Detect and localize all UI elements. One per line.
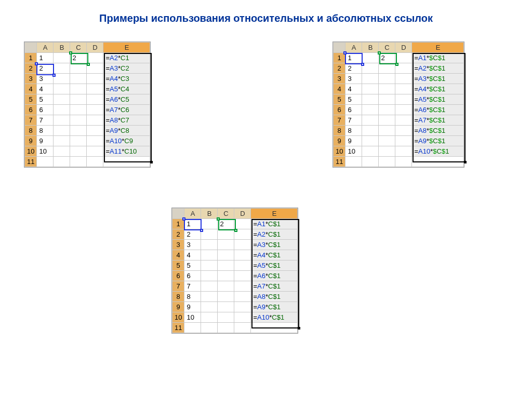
cell-formula[interactable]: =A6*C5 bbox=[103, 94, 150, 105]
cell-c[interactable] bbox=[379, 136, 395, 146]
cell-d[interactable] bbox=[87, 136, 103, 146]
cell-formula[interactable]: =A3*C2 bbox=[103, 63, 150, 74]
cell-formula[interactable]: =A11*C10 bbox=[103, 146, 150, 157]
cell-c[interactable] bbox=[218, 271, 234, 281]
cell-c[interactable] bbox=[70, 126, 87, 136]
cell-d[interactable] bbox=[87, 74, 103, 84]
cell-d[interactable] bbox=[395, 115, 412, 126]
row-header[interactable]: 5 bbox=[334, 94, 345, 105]
row-header[interactable]: 11 bbox=[334, 157, 345, 167]
cell-a[interactable]: 1 bbox=[345, 53, 362, 63]
cell-c[interactable] bbox=[70, 84, 87, 94]
cell-formula[interactable]: =A4*$C$1 bbox=[412, 84, 464, 94]
cell-c[interactable] bbox=[379, 63, 395, 74]
row-header[interactable]: 2 bbox=[334, 63, 345, 74]
col-header-e[interactable]: E bbox=[251, 209, 298, 219]
row-header[interactable]: 11 bbox=[25, 157, 37, 167]
cell-a[interactable]: 1 bbox=[184, 219, 201, 229]
row-header[interactable]: 3 bbox=[25, 74, 37, 84]
cell-formula[interactable]: =A2*$C$1 bbox=[412, 63, 464, 74]
cell-formula[interactable]: =A5*C$1 bbox=[251, 260, 298, 271]
cell-a[interactable]: 2 bbox=[184, 229, 201, 240]
row-header[interactable]: 1 bbox=[25, 53, 37, 63]
cell-a[interactable]: 5 bbox=[184, 260, 201, 271]
cell-b[interactable] bbox=[54, 126, 70, 136]
cell-c[interactable]: 2 bbox=[70, 53, 87, 63]
row-header[interactable]: 7 bbox=[25, 115, 37, 126]
row-header[interactable]: 4 bbox=[334, 84, 345, 94]
row-header[interactable]: 6 bbox=[172, 271, 184, 281]
cell-c[interactable] bbox=[70, 146, 87, 157]
cell-b[interactable] bbox=[362, 146, 379, 157]
cell-a[interactable]: 10 bbox=[184, 312, 201, 323]
cell-b[interactable] bbox=[54, 63, 70, 74]
cell-a[interactable]: 4 bbox=[37, 84, 54, 94]
cell-formula[interactable]: =A5*$C$1 bbox=[412, 94, 464, 105]
row-header[interactable]: 6 bbox=[334, 105, 345, 115]
cell-a[interactable]: 1 bbox=[37, 53, 54, 63]
row-header[interactable]: 9 bbox=[172, 302, 184, 312]
cell-d[interactable] bbox=[234, 250, 251, 260]
cell-c[interactable] bbox=[218, 312, 234, 323]
cell-formula[interactable]: =A4*C3 bbox=[103, 74, 150, 84]
row-header[interactable]: 5 bbox=[172, 260, 184, 271]
cell-d[interactable] bbox=[234, 219, 251, 229]
cell-b[interactable] bbox=[201, 271, 218, 281]
col-header-d[interactable]: D bbox=[234, 209, 251, 219]
cell-c[interactable] bbox=[379, 126, 395, 136]
cell-b[interactable] bbox=[201, 250, 218, 260]
cell-c[interactable] bbox=[379, 94, 395, 105]
row-header[interactable]: 4 bbox=[25, 84, 37, 94]
cell-b[interactable] bbox=[201, 229, 218, 240]
cell-formula[interactable]: =A8*C$1 bbox=[251, 292, 298, 302]
row-header[interactable]: 9 bbox=[334, 136, 345, 146]
cell-c[interactable] bbox=[218, 292, 234, 302]
cell-a[interactable]: 7 bbox=[37, 115, 54, 126]
cell-b[interactable] bbox=[54, 53, 70, 63]
cell-a[interactable]: 6 bbox=[345, 105, 362, 115]
row-header[interactable]: 8 bbox=[172, 292, 184, 302]
cell-c[interactable] bbox=[379, 74, 395, 84]
row-header[interactable]: 9 bbox=[25, 136, 37, 146]
cell-d[interactable] bbox=[395, 126, 412, 136]
cell-a[interactable]: 9 bbox=[345, 136, 362, 146]
cell-b[interactable] bbox=[362, 94, 379, 105]
cell-b[interactable] bbox=[362, 84, 379, 94]
col-header-d[interactable]: D bbox=[87, 43, 103, 53]
cell-formula[interactable]: =A2*C$1 bbox=[251, 229, 298, 240]
cell-b[interactable] bbox=[54, 115, 70, 126]
cell-formula[interactable]: =A10*$C$1 bbox=[412, 146, 464, 157]
cell-b[interactable] bbox=[54, 74, 70, 84]
cell-d[interactable] bbox=[395, 74, 412, 84]
cell-a[interactable]: 5 bbox=[345, 94, 362, 105]
row-header[interactable]: 7 bbox=[172, 281, 184, 292]
cell-a[interactable]: 10 bbox=[37, 146, 54, 157]
cell-c[interactable] bbox=[218, 229, 234, 240]
cell-b[interactable] bbox=[201, 281, 218, 292]
cell-d[interactable] bbox=[234, 271, 251, 281]
cell-b[interactable] bbox=[362, 136, 379, 146]
cell-c[interactable]: 2 bbox=[218, 219, 234, 229]
cell-b[interactable] bbox=[362, 105, 379, 115]
cell-a[interactable]: 8 bbox=[37, 126, 54, 136]
cell-d[interactable] bbox=[395, 146, 412, 157]
cell-a[interactable]: 4 bbox=[345, 84, 362, 94]
cell-a[interactable]: 8 bbox=[345, 126, 362, 136]
row-header[interactable]: 8 bbox=[25, 126, 37, 136]
cell-formula[interactable]: =A7*C6 bbox=[103, 105, 150, 115]
cell-a[interactable]: 7 bbox=[184, 281, 201, 292]
col-header-d[interactable]: D bbox=[395, 43, 412, 53]
row-header[interactable]: 10 bbox=[172, 312, 184, 323]
cell-b[interactable] bbox=[201, 302, 218, 312]
cell-c[interactable] bbox=[70, 136, 87, 146]
cell-d[interactable] bbox=[87, 126, 103, 136]
cell-a[interactable]: 7 bbox=[345, 115, 362, 126]
cell-formula[interactable]: =A6*C$1 bbox=[251, 271, 298, 281]
cell-c[interactable] bbox=[218, 302, 234, 312]
col-header-c[interactable]: C bbox=[218, 209, 234, 219]
cell-c[interactable] bbox=[70, 115, 87, 126]
cell-b[interactable] bbox=[362, 53, 379, 63]
cell-c[interactable] bbox=[70, 74, 87, 84]
cell-a[interactable]: 3 bbox=[37, 74, 54, 84]
cell-c[interactable] bbox=[218, 240, 234, 250]
